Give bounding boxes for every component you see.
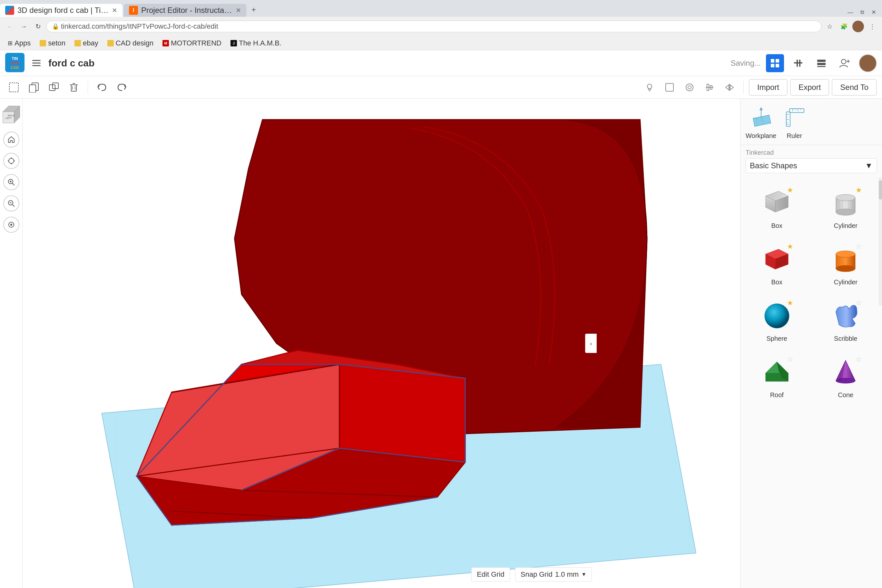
minimize-button[interactable]: — [846,8,855,17]
bookmark-cad[interactable]: CAD design [104,38,158,49]
edit-grid-button[interactable]: Edit Grid [471,567,510,582]
view-cube[interactable]: BACK LEFT [0,104,22,126]
new-tab-button[interactable]: + [249,3,258,17]
canvas-svg [22,99,740,588]
ruler-tool[interactable]: Ruler [782,104,807,140]
light-icon [644,82,655,93]
home-view-button[interactable] [3,132,20,148]
tab-close-instructables[interactable]: ✕ [236,6,241,14]
tab-close-tinkercad[interactable]: ✕ [112,6,117,14]
bookmark-star-button[interactable]: ☆ [824,21,836,32]
shapes-header: Tinkercad Basic Shapes ▼ [741,145,882,177]
shape-sphere-label: Sphere [766,335,788,342]
build-view-icon [794,58,803,68]
bookmark-cad-label: CAD design [116,39,153,47]
snap-grid-label: Snap Grid [520,570,552,579]
import-button[interactable]: Import [749,79,788,96]
delete-tool[interactable] [65,79,82,96]
shape-1-icon [664,82,675,93]
perspective-button[interactable] [3,217,20,233]
light-tool[interactable] [641,79,658,96]
tab-favicon-instructables: I [129,6,138,15]
reload-button[interactable]: ↻ [32,21,44,32]
star-roof[interactable]: ☆ [787,355,794,364]
address-text: tinkercad.com/things/ItNPTvPowcJ-ford-c-… [61,22,218,31]
svg-rect-4 [5,53,15,72]
svg-rect-12 [817,60,826,62]
maximize-button[interactable]: ⧉ [858,8,867,17]
star-cone[interactable]: ☆ [856,355,862,364]
bookmark-seton[interactable]: seton [36,38,69,49]
tab-tinkercad[interactable]: 3D design ford c cab | Tinkercad ✕ [0,4,123,17]
bookmark-cad-favicon [107,40,114,46]
star-box-gray[interactable]: ★ [787,186,794,194]
svg-rect-20 [29,85,36,93]
star-sphere[interactable]: ★ [787,299,794,307]
svg-rect-8 [776,64,779,68]
shape-sphere-icon: ★ [759,297,795,333]
apps-grid-icon: ⊞ [8,40,13,47]
layers-view-button[interactable] [812,54,830,72]
snap-grid-control[interactable]: Snap Grid 1.0 mm ▼ [515,567,592,582]
shapes-category-value: Basic Shapes [750,161,797,170]
shape-sphere[interactable]: ★ Sphere [743,292,811,348]
bookmark-hamb[interactable]: J The H.A.M.B. [226,38,285,49]
shape-box-gray[interactable]: ★ Box [743,180,811,235]
bookmark-ebay[interactable]: ebay [70,38,102,49]
redo-icon [117,82,127,93]
mirror-tool[interactable] [721,79,738,96]
copy-tool[interactable] [25,79,42,96]
menu-hamburger-icon[interactable] [30,57,43,69]
fit-view-button[interactable] [3,153,20,169]
shape-tool-2[interactable] [681,79,698,96]
project-name[interactable]: ford c cab [48,58,94,69]
star-scribble[interactable]: ☆ [856,299,862,307]
profile-avatar[interactable] [852,21,864,32]
shape-scribble[interactable]: ☆ Scribble [812,292,880,348]
export-button[interactable]: Export [790,79,829,96]
duplicate-tool[interactable] [45,79,63,96]
box-select-tool[interactable] [5,79,22,96]
redo-tool[interactable] [113,79,130,96]
shape-cylinder-gray[interactable]: ★ Cylinder [812,180,880,235]
shape-cylinder-orange[interactable]: ☆ Cylinder [812,236,880,291]
shapes-category-dropdown[interactable]: Basic Shapes ▼ [746,158,877,173]
bookmark-motortrend[interactable]: M MOTORTREND [159,38,225,49]
star-box-red[interactable]: ★ [787,242,794,251]
bookmark-seton-favicon [40,40,46,46]
bookmark-motortrend-favicon: M [162,40,169,46]
canvas-area[interactable]: › Edit Grid Snap Grid 1.0 mm ▼ [22,99,740,588]
user-profile-image[interactable] [859,54,877,72]
add-user-button[interactable] [836,54,854,72]
address-bar[interactable]: 🔒 tinkercad.com/things/ItNPTvPowcJ-ford-… [46,21,821,32]
bookmark-apps[interactable]: ⊞ Apps [4,38,34,49]
shape-tool-1[interactable] [661,79,678,96]
star-cylinder-orange[interactable]: ☆ [856,242,862,251]
forward-button[interactable]: → [18,21,30,32]
shape-box-red[interactable]: ★ Box [743,236,811,291]
build-view-button[interactable] [789,54,807,72]
workplane-icon [750,105,772,128]
expand-panel-button[interactable]: › [585,334,597,353]
shape-roof[interactable]: ☆ Roof [743,349,811,404]
zoom-out-button[interactable] [3,195,20,212]
workplane-tool[interactable]: Workplane [746,104,776,140]
undo-tool[interactable] [93,79,111,96]
svg-line-53 [12,183,15,185]
menu-button[interactable]: ⋮ [867,21,878,32]
tab-instructables[interactable]: I Project Editor - Instructables ✕ [124,4,246,17]
align-tool[interactable] [701,79,718,96]
browser-window: 3D design ford c cab | Tinkercad ✕ I Pro… [0,0,882,50]
app-header: TIN KER CAD ford c cab Saving... [0,50,882,76]
tinkercad-logo[interactable]: TIN KER CAD [5,53,24,73]
send-to-button[interactable]: Send To [832,79,877,96]
extensions-button[interactable]: 🧩 [838,21,850,32]
close-window-button[interactable]: ✕ [869,8,878,17]
back-button[interactable]: ← [4,21,15,32]
grid-view-button[interactable] [766,54,784,72]
star-cylinder-gray[interactable]: ★ [856,186,862,194]
snap-grid-dropdown-icon[interactable]: ▼ [581,572,586,578]
zoom-in-button[interactable] [3,174,20,190]
shape-cone[interactable]: ☆ Cone [812,349,880,404]
bookmarks-bar: ⊞ Apps seton ebay CAD design M MOTORTREN… [0,36,882,50]
